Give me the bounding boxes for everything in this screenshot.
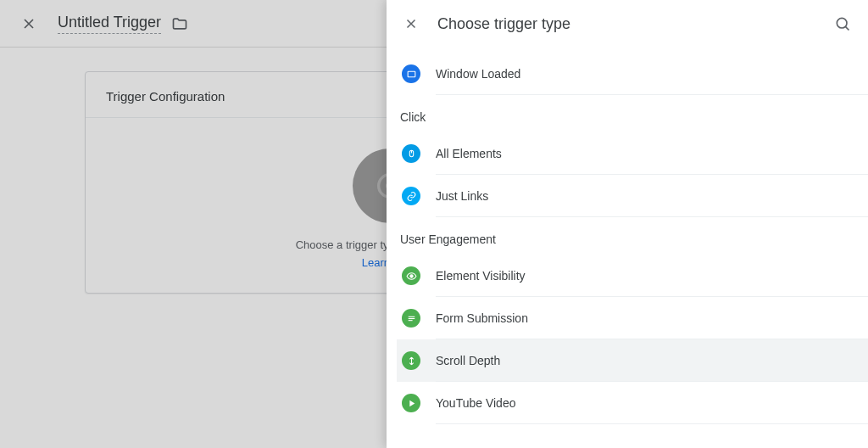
link-icon [402, 187, 420, 205]
trigger-option-label: All Elements [436, 132, 868, 175]
folder-icon[interactable] [171, 15, 188, 32]
trigger-option-element-visibility[interactable]: Element Visibility [397, 255, 868, 297]
eye-icon [402, 266, 420, 285]
svg-point-2 [837, 18, 847, 28]
trigger-option-label: Element Visibility [436, 255, 868, 297]
trigger-type-panel: Choose trigger type Window Loaded Click … [387, 0, 868, 448]
svg-rect-3 [408, 71, 415, 77]
trigger-option-all-elements[interactable]: All Elements [397, 132, 868, 175]
form-icon [402, 309, 420, 328]
trigger-option-youtube-video[interactable]: YouTube Video [397, 382, 868, 424]
trigger-option-label: YouTube Video [436, 382, 868, 424]
trigger-option-window-loaded[interactable]: Window Loaded [397, 53, 868, 95]
trigger-option-label: Window Loaded [436, 53, 868, 95]
trigger-option-label: Scroll Depth [436, 339, 868, 382]
page-title[interactable]: Untitled Trigger [58, 14, 161, 34]
trigger-option-label: Just Links [436, 175, 868, 217]
group-label-click: Click [397, 95, 868, 132]
trigger-option-just-links[interactable]: Just Links [397, 175, 868, 217]
panel-body: Window Loaded Click All Elements Just Li… [387, 48, 868, 448]
search-icon[interactable] [834, 15, 851, 32]
trigger-option-scroll-depth[interactable]: Scroll Depth [397, 339, 868, 382]
close-icon[interactable] [20, 15, 37, 32]
trigger-option-label: Form Submission [436, 297, 868, 339]
window-loaded-icon [402, 64, 420, 83]
play-icon [402, 394, 420, 412]
panel-close-icon[interactable] [403, 16, 419, 31]
svg-point-6 [409, 274, 412, 277]
scroll-icon [402, 351, 420, 370]
panel-header: Choose trigger type [387, 0, 868, 48]
group-label-engagement: User Engagement [397, 217, 868, 255]
trigger-option-form-submission[interactable]: Form Submission [397, 297, 868, 339]
mouse-icon [402, 144, 420, 163]
panel-title: Choose trigger type [437, 15, 834, 33]
